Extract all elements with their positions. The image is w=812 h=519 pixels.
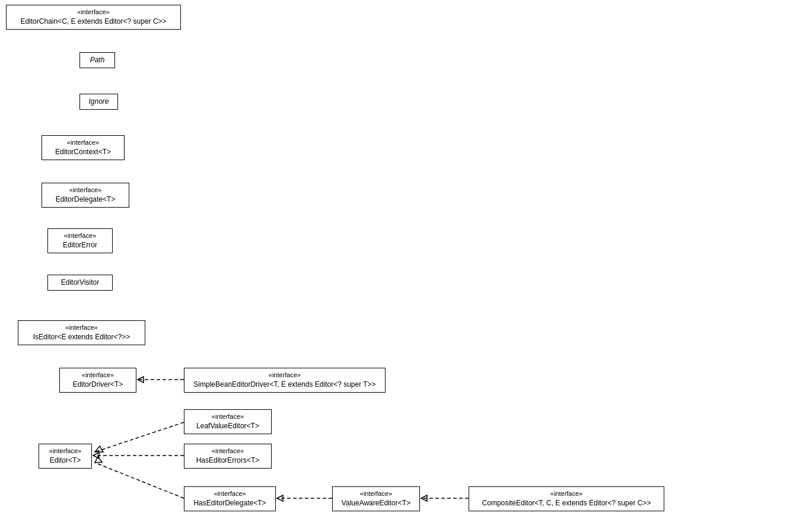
stereotype-has-editor-delegate: «interface» <box>189 489 270 498</box>
box-composite-editor: «interface» CompositeEditor<T, C, E exte… <box>469 486 664 511</box>
stereotype-is-editor: «interface» <box>23 323 140 332</box>
name-leaf-value-editor: LeafValueEditor<T> <box>189 421 266 431</box>
stereotype-has-editor-errors: «interface» <box>189 447 266 456</box>
name-has-editor-errors: HasEditorErrors<T> <box>189 456 266 466</box>
box-editor: «interface» Editor<T> <box>39 444 92 469</box>
svg-marker-5 <box>93 453 99 458</box>
stereotype-composite-editor: «interface» <box>474 489 659 498</box>
name-editor-driver: EditorDriver<T> <box>65 380 131 390</box>
arrows-svg <box>0 0 812 519</box>
name-editor-chain: EditorChain<C, E extends Editor<? super … <box>11 17 176 27</box>
stereotype-simple-bean-editor-driver: «interface» <box>189 371 380 380</box>
name-editor-visitor: EditorVisitor <box>53 278 107 288</box>
box-editor-delegate: «interface» EditorDelegate<T> <box>42 183 129 208</box>
stereotype-value-aware-editor: «interface» <box>337 489 415 498</box>
box-leaf-value-editor: «interface» LeafValueEditor<T> <box>184 409 272 434</box>
stereotype-editor-driver: «interface» <box>65 371 131 380</box>
name-editor-error: EditorError <box>53 240 107 250</box>
svg-marker-7 <box>95 457 102 463</box>
name-composite-editor: CompositeEditor<T, C, E extends Editor<?… <box>474 498 659 508</box>
box-path: Path <box>79 52 115 68</box>
name-simple-bean-editor-driver: SimpleBeanEditorDriver<T, E extends Edit… <box>189 380 380 390</box>
stereotype-leaf-value-editor: «interface» <box>189 412 266 421</box>
name-editor: Editor<T> <box>44 456 87 466</box>
box-is-editor: «interface» IsEditor<E extends Editor<?>… <box>18 320 145 345</box>
name-editor-delegate: EditorDelegate<T> <box>47 195 124 205</box>
box-editor-context: «interface» EditorContext<T> <box>42 135 125 160</box>
box-has-editor-errors: «interface» HasEditorErrors<T> <box>184 444 272 469</box>
name-path: Path <box>85 55 110 65</box>
svg-line-6 <box>95 463 184 498</box>
stereotype-editor-error: «interface» <box>53 231 107 240</box>
svg-line-2 <box>95 422 184 452</box>
svg-marker-9 <box>277 495 283 501</box>
box-editor-chain: «interface» EditorChain<C, E extends Edi… <box>6 5 181 30</box>
box-simple-bean-editor-driver: «interface» SimpleBeanEditorDriver<T, E … <box>184 368 386 393</box>
stereotype-editor-context: «interface» <box>47 138 119 147</box>
name-ignore: Ignore <box>85 97 113 107</box>
svg-marker-1 <box>138 377 144 383</box>
name-editor-context: EditorContext<T> <box>47 147 119 157</box>
stereotype-editor-delegate: «interface» <box>47 186 124 195</box>
svg-marker-11 <box>421 495 427 501</box>
name-has-editor-delegate: HasEditorDelegate<T> <box>189 498 270 508</box>
box-editor-driver: «interface» EditorDriver<T> <box>59 368 136 393</box>
box-value-aware-editor: «interface» ValueAwareEditor<T> <box>332 486 420 511</box>
box-has-editor-delegate: «interface» HasEditorDelegate<T> <box>184 486 276 511</box>
stereotype-editor-chain: «interface» <box>11 8 176 17</box>
box-editor-visitor: EditorVisitor <box>47 275 113 291</box>
box-ignore: Ignore <box>79 94 118 110</box>
name-is-editor: IsEditor<E extends Editor<?>> <box>23 332 140 342</box>
svg-marker-3 <box>95 446 103 452</box>
diagram-container: «interface» EditorChain<C, E extends Edi… <box>0 0 812 519</box>
box-editor-error: «interface» EditorError <box>47 228 113 253</box>
name-value-aware-editor: ValueAwareEditor<T> <box>337 498 415 508</box>
stereotype-editor: «interface» <box>44 447 87 456</box>
